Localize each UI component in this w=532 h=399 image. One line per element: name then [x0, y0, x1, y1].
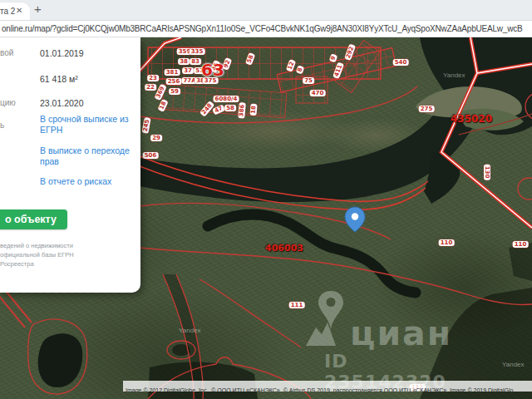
object-report-button[interactable]: о объекту	[0, 209, 67, 229]
yandex-watermark: Yandex	[179, 327, 201, 334]
date-value: 23.01.2020	[40, 98, 84, 108]
parcel-number-label[interactable]: 58	[224, 105, 236, 111]
parcel-number-label[interactable]: 75	[303, 77, 314, 84]
parcel-number-label[interactable]: 275	[419, 106, 435, 112]
parcel-number-label[interactable]: 130	[484, 165, 490, 180]
parcel-number-label[interactable]: 23	[147, 75, 159, 81]
parcel-number-label[interactable]: 110	[439, 239, 455, 246]
footnote-line: Росреестра	[0, 260, 34, 268]
parcel-number-label[interactable]: 256	[166, 78, 182, 85]
parcel-number-label[interactable]: 506	[143, 152, 159, 159]
parcel-number-label[interactable]: 22	[145, 84, 156, 91]
attribution-text: Image © 2012 DigitalGlobe, Inc., © ООО И…	[123, 385, 513, 392]
tab-strip: та 2 ✕ +	[0, 0, 532, 20]
yandex-watermark: Yandex	[502, 361, 525, 368]
parcel-number-label[interactable]: 335	[190, 48, 205, 55]
browser-window: циан ID 235142320 Yandex Yandex Yandex I…	[0, 0, 532, 399]
url-bar[interactable]: online.ru/map/?gclid=Cj0KCQjw0Mb3BRCaARI…	[0, 20, 532, 37]
footnote-line: ведений о недвижимости	[0, 242, 73, 249]
new-tab-button[interactable]: +	[34, 2, 42, 16]
link-rights-transfer[interactable]: В выписке о переходе прав	[40, 145, 138, 167]
date-value: 01.01.2019	[40, 48, 84, 58]
map-pin[interactable]	[344, 206, 366, 233]
parcel-number-label[interactable]: 47	[212, 104, 225, 115]
link-risk-report[interactable]: В отчете о рисках	[40, 176, 138, 187]
parcel-number-label[interactable]: 8	[296, 65, 305, 74]
parcel-number-label[interactable]: 470	[310, 90, 326, 96]
parcel-number-label[interactable]: 9	[329, 53, 338, 62]
area-value: 61 418 м²	[40, 74, 78, 84]
parcel-number-label[interactable]: 6080/4	[214, 96, 239, 102]
attribution-bar: Image © 2012 DigitalGlobe, Inc., © ООО И…	[123, 381, 532, 392]
close-tab-icon[interactable]: ✕	[16, 6, 22, 15]
oxbow-lake	[208, 214, 416, 293]
url-text: online.ru/map/?gclid=Cj0KCQjw0Mb3BRCaARI…	[2, 24, 523, 33]
parcel-number-label[interactable]: 18	[249, 104, 257, 116]
parcel-number-label[interactable]: 381	[165, 69, 180, 76]
parcel-number-label[interactable]: 245	[141, 117, 150, 134]
parcel-number-label[interactable]: 59	[169, 88, 180, 95]
parcel-number-label[interactable]: 38	[178, 58, 190, 65]
cian-logo-icon	[304, 289, 346, 351]
parcel-number-label[interactable]: 29	[150, 135, 162, 141]
parcel-number-label[interactable]: 411	[332, 62, 344, 79]
tab-title: та 2	[0, 7, 15, 16]
parcel-number-label[interactable]: 58	[245, 52, 255, 66]
parcel-number-label[interactable]: 83	[190, 58, 201, 65]
cian-brand-text: циан	[350, 317, 452, 351]
link-egrn-extract[interactable]: В срочной выписке из ЕГРН	[40, 114, 138, 135]
parcel-number-label[interactable]: 111	[289, 302, 305, 308]
footnote-line: официальной базы ЕГРН	[0, 251, 74, 259]
roads	[133, 37, 532, 228]
field-label: цию	[0, 98, 16, 107]
parcel-number-label[interactable]: 110	[513, 241, 529, 248]
cadastral-quarter-label[interactable]: 63	[201, 60, 224, 80]
cadastral-quarter-label[interactable]: 435020	[451, 113, 492, 125]
parcel-number-label[interactable]: 386	[238, 102, 246, 118]
parcel-number-label[interactable]: 292	[344, 44, 356, 61]
parcel-number-label[interactable]: 12	[286, 59, 296, 72]
field-label: вой	[0, 48, 13, 57]
parcel-number-label[interactable]: 18	[157, 99, 168, 112]
parcel-number-label[interactable]: 540	[393, 59, 409, 66]
parcel-number-label[interactable]: 37	[182, 67, 194, 74]
field-label: ь	[0, 121, 4, 130]
info-panel: вой 01.01.2019 61 418 м² цию 23.01.2020 …	[0, 37, 140, 293]
yandex-watermark: Yandex	[443, 71, 466, 79]
browser-tab[interactable]: та 2 ✕	[0, 2, 30, 20]
cadastral-quarter-label[interactable]: 406003	[265, 243, 303, 254]
